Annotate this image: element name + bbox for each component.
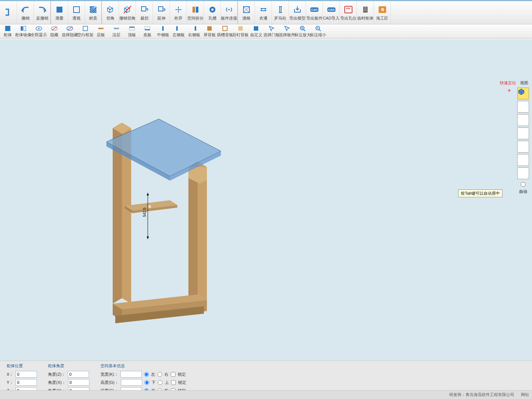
sb-showall[interactable]: 全部显示 — [31, 24, 47, 38]
pos-title: 柜体位置 — [7, 363, 37, 369]
h-r2[interactable] — [158, 380, 163, 385]
sb-back3[interactable]: 后钉背板 — [233, 24, 248, 38]
sb-right[interactable]: 右侧板 — [186, 24, 202, 38]
sb-back2[interactable]: 插槽背板 — [217, 24, 233, 38]
tb-rail[interactable]: 衣通 — [255, 1, 272, 24]
tooltip: 按Tab键可以自动居中 — [458, 190, 502, 197]
group-space: 空间基本信息 宽度(K)： 左 右 锁定 高度(G)： 下 上 锁定 深度(S)… — [100, 363, 186, 388]
svg-point-62 — [148, 205, 151, 208]
svg-rect-7 — [192, 7, 195, 13]
w-r1[interactable] — [144, 372, 149, 377]
svg-rect-39 — [145, 27, 150, 29]
svg-rect-1 — [74, 7, 79, 13]
svg-point-28 — [38, 28, 40, 29]
svg-rect-21 — [364, 10, 367, 11]
svg-rect-37 — [129, 28, 134, 30]
tb-chamfer[interactable]: 切角 — [102, 1, 119, 24]
tb-perspective[interactable]: 透视 — [68, 1, 85, 24]
pos-x[interactable] — [16, 371, 37, 378]
svg-text:CAD: CAD — [328, 8, 335, 11]
tb-unchamfer[interactable]: 撤销切角 — [119, 1, 136, 24]
sb-left[interactable]: 左侧板 — [171, 24, 186, 38]
tb-bracket[interactable] — [0, 1, 17, 24]
view-front[interactable] — [517, 101, 529, 113]
group-position: 柜体位置 X： Y： Z： — [7, 363, 37, 388]
w-r2[interactable] — [157, 372, 162, 377]
sb-back1[interactable]: 厚背板 — [202, 24, 217, 38]
svg-rect-45 — [238, 26, 243, 31]
svg-rect-24 — [5, 26, 10, 31]
svg-rect-33 — [83, 26, 88, 31]
tb-brand[interactable]: 海海工匠 — [374, 1, 391, 24]
viewport-3d[interactable]: 542.5 快速定位 视图 + 自动 按Tab键可以自动居中 — [0, 40, 532, 361]
pos-y[interactable] — [16, 379, 37, 386]
auto-checkbox[interactable] — [521, 182, 525, 187]
quick-view[interactable]: 视图 — [520, 80, 528, 86]
tb-export-board[interactable]: CAD导出板件 — [306, 1, 323, 24]
sb-zoom-out[interactable]: 标注缩小 — [310, 24, 326, 38]
tb-undo[interactable]: 撤销 — [17, 1, 34, 24]
tb-column[interactable]: 罗马柱 — [272, 1, 289, 24]
view-5[interactable] — [517, 141, 529, 153]
tb-cut[interactable]: 裁切 — [136, 1, 153, 24]
sb-zoom-in[interactable]: 标注放大 — [295, 24, 310, 38]
tb-export-model[interactable]: 导出模型 — [289, 1, 306, 24]
tb-extend[interactable]: 延伸 — [153, 1, 170, 24]
sub-toolbar: 柜体 柜体镜像 全部显示 隐藏 选择隐藏 空白框架 层板 活层 顶板 底板 中侧… — [0, 24, 532, 38]
tb-measure[interactable]: 测量 — [51, 1, 68, 24]
tb-explode[interactable]: 炸开 — [170, 1, 187, 24]
sb-hide[interactable]: 隐藏 — [47, 24, 62, 38]
sb-mirror[interactable]: 柜体镜像 — [16, 24, 31, 38]
tb-split[interactable]: 空间拆分 — [187, 1, 204, 24]
sb-pick-board[interactable]: 选择板件 — [279, 24, 295, 38]
svg-rect-26 — [24, 26, 26, 31]
tb-export-holes[interactable]: PDF导出孔位 — [340, 1, 357, 24]
quick-locate[interactable]: 快速定位 — [500, 80, 516, 86]
sb-shelf2[interactable]: 活层 — [109, 24, 124, 38]
h-r1[interactable] — [144, 380, 149, 385]
view-6[interactable] — [517, 154, 529, 166]
space-title: 空间基本信息 — [100, 363, 186, 369]
view-3[interactable] — [517, 114, 529, 126]
group-angle: 柜体角度 角度(Z)： 角度(X)： 角度(Y)： — [48, 363, 89, 388]
sb-shelf[interactable]: 层板 — [93, 24, 109, 38]
svg-rect-4 — [141, 7, 146, 11]
tb-cad-import[interactable]: CADCAD导入 — [323, 1, 340, 24]
h-lock[interactable] — [171, 380, 176, 385]
sb-custom[interactable]: 自定义 — [248, 24, 264, 38]
svg-point-6 — [178, 9, 179, 10]
main-toolbar: 撤销 反撤销 测量 透视 材质 切角 撤销切角 裁切 延伸 炸开 空间拆分 孔槽… — [0, 0, 532, 24]
tb-redo[interactable]: 反撤销 — [34, 1, 51, 24]
tb-winegrid[interactable]: 酒格 — [238, 1, 255, 24]
space-w[interactable] — [120, 371, 142, 378]
svg-rect-19 — [364, 7, 367, 8]
sb-frame[interactable]: 空白框架 — [78, 24, 93, 38]
svg-rect-20 — [364, 9, 367, 10]
ang-x[interactable] — [68, 379, 89, 386]
tb-temp-cabinet[interactable]: 临时柜体 — [357, 1, 374, 24]
tb-hole[interactable]: 孔槽 — [204, 1, 221, 24]
sb-pick-door[interactable]: 选择门板 — [264, 24, 279, 38]
svg-marker-67 — [147, 193, 149, 195]
ang-z[interactable] — [68, 371, 89, 378]
tb-link[interactable]: 板件连接 — [221, 1, 238, 24]
view-7[interactable] — [517, 167, 529, 179]
w-lock[interactable] — [171, 372, 175, 377]
svg-rect-43 — [207, 26, 212, 31]
svg-rect-35 — [114, 28, 119, 29]
svg-rect-5 — [158, 7, 163, 11]
bottom-panel: 柜体位置 X： Y： Z： 柜体角度 角度(Z)： 角度(X)： 角度(Y)： … — [0, 361, 532, 390]
sb-hidesel[interactable]: 选择隐藏 — [62, 24, 78, 38]
space-h[interactable] — [121, 379, 142, 386]
svg-point-10 — [211, 8, 214, 11]
view-4[interactable] — [517, 127, 529, 139]
sb-top[interactable]: 顶板 — [124, 24, 140, 38]
status-site[interactable]: 网站 — [521, 392, 529, 398]
ang-title: 柜体角度 — [48, 363, 89, 369]
status-bar: 研发商：青岛海迅软件工程有限公司 网站 — [0, 390, 532, 399]
tb-material[interactable]: 材质 — [85, 1, 102, 24]
sb-bottom[interactable]: 底板 — [140, 24, 155, 38]
sb-mid[interactable]: 中侧板 — [155, 24, 171, 38]
auto-label: 自动 — [517, 189, 529, 194]
sb-cabinet[interactable]: 柜体 — [0, 24, 16, 38]
